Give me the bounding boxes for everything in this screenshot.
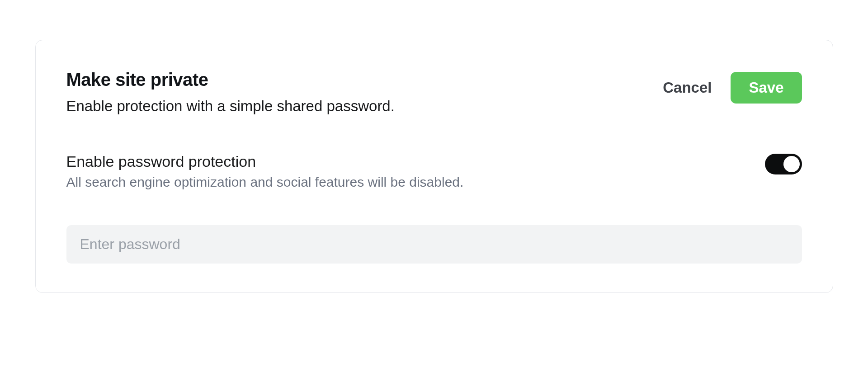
option-title: Enable password protection <box>66 152 765 171</box>
card-header: Make site private Enable protection with… <box>66 69 802 117</box>
header-actions: Cancel Save <box>663 69 802 104</box>
cancel-button[interactable]: Cancel <box>663 79 712 96</box>
password-input-wrap <box>66 225 802 264</box>
option-description: All search engine optimization and socia… <box>66 174 765 190</box>
heading-block: Make site private Enable protection with… <box>66 69 663 117</box>
password-protection-toggle[interactable] <box>765 154 802 174</box>
card-subtitle: Enable protection with a simple shared p… <box>66 96 663 117</box>
settings-card: Make site private Enable protection with… <box>35 40 833 293</box>
password-protection-option: Enable password protection All search en… <box>66 152 802 190</box>
toggle-knob-icon <box>783 156 800 172</box>
save-button[interactable]: Save <box>731 72 802 104</box>
card-title: Make site private <box>66 69 663 90</box>
option-text: Enable password protection All search en… <box>66 152 765 190</box>
password-input[interactable] <box>66 225 802 264</box>
